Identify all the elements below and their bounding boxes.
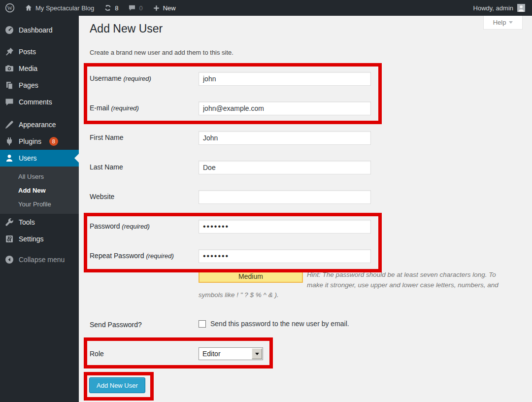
send-password-checkbox[interactable] <box>199 320 206 328</box>
site-name: My Spectacular Blog <box>35 4 94 12</box>
password-strength-meter: Medium <box>199 270 303 283</box>
dashboard-icon <box>4 25 14 35</box>
new-label: New <box>163 4 176 12</box>
email-input[interactable] <box>199 101 371 115</box>
role-selected-value: Editor <box>199 350 251 358</box>
comments-icon <box>4 97 14 107</box>
menu-separator <box>0 38 79 43</box>
send-password-checkbox-label: Send this password to the new user by em… <box>210 320 349 328</box>
new-content-link[interactable]: New <box>148 0 181 16</box>
users-submenu: All Users Add New Your Profile <box>0 167 79 214</box>
sidebar-label: Appearance <box>19 121 56 129</box>
plugins-update-badge: 8 <box>49 137 58 146</box>
collapse-menu-button[interactable]: Collapse menu <box>0 251 79 268</box>
role-select[interactable]: Editor <box>199 347 263 360</box>
account-menu[interactable]: Howdy, admin <box>466 4 532 12</box>
page-subtitle: Create a brand new user and add them to … <box>90 49 233 56</box>
email-label-text: E-mail <box>90 104 109 112</box>
svg-text:W: W <box>7 5 13 11</box>
wordpress-admin-screen: W My Spectacular Blog 8 0 <box>0 0 532 402</box>
last-name-label: Last Name <box>90 163 123 171</box>
admin-bar: W My Spectacular Blog 8 0 <box>0 0 532 16</box>
sidebar-item-media[interactable]: Media <box>0 60 79 77</box>
sidebar-label: Tools <box>19 218 35 226</box>
updates-link[interactable]: 8 <box>99 0 123 16</box>
home-icon <box>25 4 33 12</box>
sidebar-item-pages[interactable]: Pages <box>0 77 79 94</box>
paintbrush-icon <box>4 120 14 130</box>
help-label: Help <box>493 19 506 26</box>
repeat-password-input[interactable] <box>199 249 371 263</box>
select-dropdown-button[interactable] <box>252 348 262 359</box>
website-label: Website <box>90 193 114 201</box>
last-name-input[interactable] <box>199 161 371 174</box>
sidebar-label: Settings <box>19 235 44 243</box>
email-label: E-mail (required) <box>90 104 139 112</box>
required-marker: (required) <box>146 252 173 260</box>
camera-icon <box>4 64 14 73</box>
help-tab[interactable]: Help <box>483 16 523 30</box>
sidebar-label: Dashboard <box>19 26 53 34</box>
sidebar-item-tools[interactable]: Tools <box>0 214 79 231</box>
required-marker: (required) <box>111 104 139 112</box>
sidebar-label: Posts <box>19 48 36 56</box>
send-password-label: Send Password? <box>90 321 142 329</box>
sidebar-item-settings[interactable]: Settings <box>0 231 79 247</box>
comment-count: 0 <box>139 4 142 12</box>
password-strength-section: Medium Hint: The password should be at l… <box>199 270 508 301</box>
first-name-input[interactable] <box>199 131 371 145</box>
submenu-item-your-profile[interactable]: Your Profile <box>0 197 79 211</box>
repeat-password-label: Repeat Password (required) <box>90 252 174 260</box>
password-input[interactable] <box>199 220 371 234</box>
sidebar-item-dashboard[interactable]: Dashboard <box>0 22 79 38</box>
plugin-icon <box>4 136 14 146</box>
sidebar-label: Plugins <box>19 137 41 145</box>
sidebar-label: Comments <box>19 98 52 106</box>
repeat-password-label-text: Repeat Password <box>90 252 144 260</box>
first-name-label: First Name <box>90 134 123 141</box>
menu-separator <box>0 247 79 251</box>
sidebar-item-users[interactable]: Users <box>0 150 79 167</box>
pages-icon <box>4 80 14 90</box>
user-icon <box>4 153 14 163</box>
pushpin-icon <box>4 47 14 57</box>
required-marker: (required) <box>123 75 151 82</box>
sidebar-item-posts[interactable]: Posts <box>0 43 79 60</box>
add-new-user-button[interactable]: Add New User <box>89 377 145 393</box>
sidebar-label: Collapse menu <box>19 256 65 264</box>
wordpress-logo-icon: W <box>5 3 15 13</box>
sidebar-item-appearance[interactable]: Appearance <box>0 116 79 133</box>
comment-bubble-icon <box>128 4 136 12</box>
sliders-icon <box>4 234 14 244</box>
admin-sidebar: Dashboard Posts Media Pages <box>0 16 79 402</box>
comments-link[interactable]: 0 <box>123 0 147 16</box>
chevron-down-icon <box>255 353 259 355</box>
password-label-text: Password <box>90 222 120 230</box>
password-label: Password (required) <box>90 222 150 230</box>
required-marker: (required) <box>122 223 149 230</box>
avatar <box>517 4 525 12</box>
sidebar-label: Pages <box>19 81 38 89</box>
submenu-item-all-users[interactable]: All Users <box>0 169 79 183</box>
username-label-text: Username <box>90 74 122 82</box>
wordpress-menu[interactable]: W <box>0 0 20 16</box>
menu-separator <box>0 110 79 116</box>
chevron-down-icon <box>509 21 513 24</box>
sidebar-item-plugins[interactable]: Plugins 8 <box>0 133 79 150</box>
sidebar-label: Users <box>19 154 37 162</box>
update-count: 8 <box>115 4 118 12</box>
role-label: Role <box>90 350 104 358</box>
plus-icon <box>153 4 160 12</box>
wrench-icon <box>4 217 14 227</box>
active-menu-arrow <box>74 154 79 163</box>
site-name-link[interactable]: My Spectacular Blog <box>20 0 99 16</box>
page-title: Add New User <box>90 22 163 35</box>
website-input[interactable] <box>199 190 371 204</box>
sidebar-label: Media <box>19 65 37 72</box>
howdy-text: Howdy, admin <box>473 4 513 12</box>
username-label: Username (required) <box>90 74 151 82</box>
updates-icon <box>104 4 112 12</box>
sidebar-item-comments[interactable]: Comments <box>0 94 79 110</box>
username-input[interactable] <box>199 72 371 86</box>
submenu-item-add-new[interactable]: Add New <box>0 183 79 197</box>
